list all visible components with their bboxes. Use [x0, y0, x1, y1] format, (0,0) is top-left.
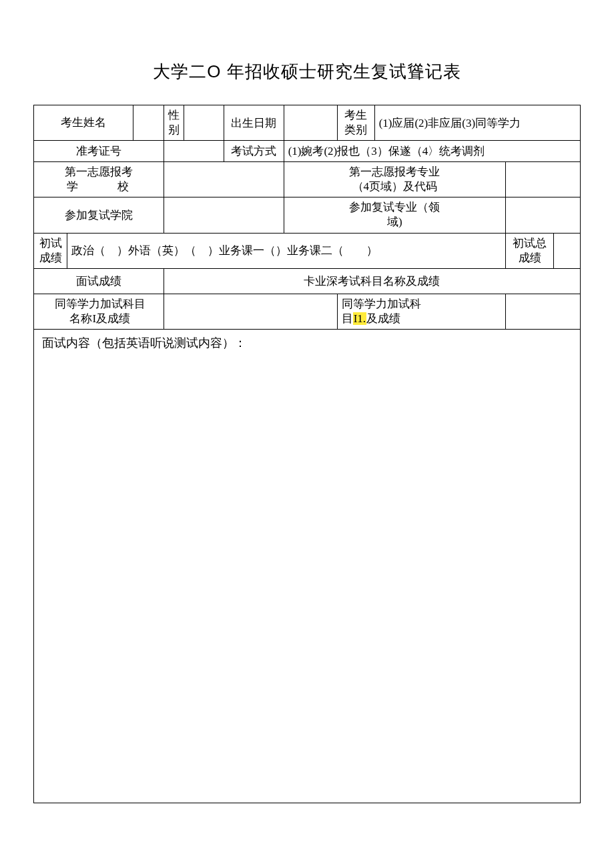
name-value[interactable] — [133, 105, 164, 141]
first-school-label: 第一志愿报考 学 校 — [34, 162, 164, 197]
gender-value[interactable] — [184, 105, 224, 141]
retest-major-label: 参加复试专业（领 域) — [284, 197, 505, 233]
ticket-label: 准考证号 — [34, 141, 164, 162]
equiv-subject1-value[interactable] — [164, 294, 337, 329]
equiv-subject1-line2: 名称I及成绩 — [41, 312, 160, 326]
first-school-value[interactable] — [164, 162, 284, 197]
retest-major-label-line2: 域) — [288, 215, 501, 230]
equiv-subject2-line2: 目I1.及成绩 — [342, 312, 501, 326]
equiv-subject2-line1: 同等学力加试科 — [342, 297, 501, 312]
first-major-value[interactable] — [505, 162, 580, 197]
interview-content-area[interactable]: 面试内容（包括英语听说测试内容）： — [33, 330, 581, 803]
prelim-content[interactable]: 政治（ ）外语（英）（ ）业务课一（）业务课二（ ） — [67, 233, 506, 268]
exam-mode-label: 考试方式 — [224, 141, 284, 162]
equiv1-post: 及成绩 — [96, 312, 130, 325]
retest-major-value[interactable] — [505, 197, 580, 233]
equiv2-pre: 目 — [342, 312, 353, 325]
form-table: 考生姓名 性别 出生日期 考生类别 (1)应届(2)非应届(3)同等学力 准考证… — [33, 105, 581, 330]
name-label: 考生姓名 — [34, 105, 133, 141]
retest-major-label-line1: 参加复试专业（领 — [288, 200, 501, 215]
prof-exam-label[interactable]: 卡业深考试科目名称及成绩 — [164, 268, 580, 294]
ticket-value[interactable] — [164, 141, 224, 162]
gender-label: 性别 — [164, 105, 184, 141]
prelim-total-value[interactable] — [554, 233, 581, 268]
prelim-total-label: 初试总成绩 — [506, 233, 554, 268]
first-major-label-line1: 第一志愿报考专业 — [288, 165, 501, 179]
prelim-label: 初试成绩 — [34, 233, 67, 268]
equiv2-post: 及成绩 — [366, 312, 400, 325]
equiv2-mark: I1. — [353, 312, 366, 325]
equiv-subject2-value[interactable] — [505, 294, 580, 329]
equiv-subject1-line1: 同等学力加试科目 — [41, 297, 160, 312]
first-school-label-line1: 第一志愿报考 — [38, 165, 160, 179]
page-title: 大学二O 年招收硕士研究生复试聳记表 — [33, 60, 581, 83]
category-options[interactable]: (1)应届(2)非应届(3)同等学力 — [374, 105, 580, 141]
equiv1-pre: 名称 — [69, 312, 92, 325]
equiv-subject1-label: 同等学力加试科目 名称I及成绩 — [34, 294, 164, 329]
retest-college-value[interactable] — [164, 197, 284, 233]
dob-value[interactable] — [284, 105, 337, 141]
interview-score-label: 面试成绩 — [34, 268, 164, 294]
first-school-label-line2: 学 校 — [38, 179, 160, 194]
equiv-subject2-label: 同等学力加试科 目I1.及成绩 — [337, 294, 505, 329]
exam-mode-options[interactable]: (1)婉考(2)报也（3）保遂（4〉统考调剂 — [284, 141, 580, 162]
first-major-label-line2: （4页域）及代码 — [288, 179, 501, 194]
category-label: 考生类别 — [337, 105, 374, 141]
first-major-label: 第一志愿报考专业 （4页域）及代码 — [284, 162, 505, 197]
retest-college-label: 参加复试学院 — [34, 197, 164, 233]
dob-label: 出生日期 — [224, 105, 284, 141]
interview-content-label: 面试内容（包括英语听说测试内容）： — [42, 336, 246, 350]
